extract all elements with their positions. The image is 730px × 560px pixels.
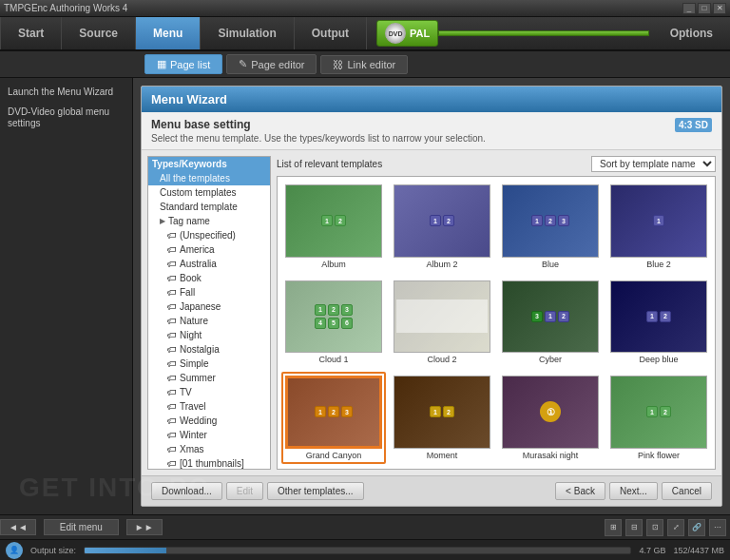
edit-button[interactable]: Edit bbox=[226, 482, 263, 500]
tag-icon: 🏷 bbox=[167, 415, 177, 426]
nav-options[interactable]: Options bbox=[653, 17, 730, 49]
type-japanese[interactable]: 🏷 Japanese bbox=[148, 299, 270, 314]
template-thumb-moment: 1 2 bbox=[394, 376, 490, 449]
maximize-button[interactable]: □ bbox=[698, 3, 711, 14]
template-samurai[interactable]: Samurai bbox=[281, 468, 386, 471]
type-unspecified[interactable]: 🏷 (Unspecified) bbox=[148, 228, 270, 242]
templates-list-label: List of relevant templates bbox=[277, 159, 382, 169]
type-simple[interactable]: 🏷 Simple bbox=[148, 357, 270, 371]
back-button[interactable]: < Back bbox=[555, 482, 605, 500]
type-wedding[interactable]: 🏷 Wedding bbox=[148, 414, 270, 428]
type-winter[interactable]: 🏷 Winter bbox=[148, 428, 270, 442]
type-xmas[interactable]: 🏷 Xmas bbox=[148, 442, 270, 456]
template-album2[interactable]: 1 2 Album 2 bbox=[390, 181, 494, 273]
expand-icon-button[interactable]: ⤢ bbox=[667, 519, 684, 536]
minimize-button[interactable]: _ bbox=[682, 3, 696, 14]
size-value: 4.7 GB bbox=[639, 546, 665, 555]
global-menu-settings-button[interactable]: DVD-Video global menu settings bbox=[0, 102, 132, 134]
type-custom-templates[interactable]: Custom templates bbox=[148, 185, 270, 200]
template-cloud1[interactable]: 1 2 3 4 5 6 bbox=[281, 277, 386, 369]
progress-bar bbox=[84, 547, 631, 554]
template-cloud2[interactable]: Cloud 2 bbox=[390, 277, 494, 369]
close-button[interactable]: ✕ bbox=[713, 3, 726, 14]
type-australia[interactable]: 🏷 Australia bbox=[148, 257, 270, 271]
tag-icon: 🏷 bbox=[167, 373, 177, 383]
type-01-thumbnails[interactable]: 🏷 [01 thumbnails] bbox=[148, 456, 270, 470]
page-editor-tab[interactable]: ✎ Page editor bbox=[226, 54, 317, 74]
cancel-button[interactable]: Cancel bbox=[662, 482, 712, 500]
template-deepblue[interactable]: 1 2 Deep blue bbox=[606, 277, 711, 369]
next-button[interactable]: Next... bbox=[609, 482, 658, 500]
template-album[interactable]: 1 2 Album bbox=[281, 181, 386, 273]
nav-simulation[interactable]: Simulation bbox=[201, 17, 294, 49]
type-book[interactable]: 🏷 Book bbox=[148, 271, 270, 285]
tag-icon: 🏷 bbox=[167, 344, 177, 355]
avatar: 👤 bbox=[6, 542, 23, 559]
template-thumb-pinkflower: 1 2 bbox=[610, 376, 707, 449]
type-standard-template[interactable]: Standard template bbox=[148, 200, 270, 214]
template-snowwhite[interactable]: 1 2 3 4 5 6 bbox=[498, 468, 603, 471]
template-label-album: Album bbox=[321, 260, 346, 269]
link-editor-tab[interactable]: ⛓ Link editor bbox=[320, 55, 408, 74]
wizard-desc: Select the menu template. Use the types/… bbox=[151, 133, 712, 144]
nav-source[interactable]: Source bbox=[62, 17, 136, 49]
template-label-moment: Moment bbox=[427, 451, 458, 460]
template-blue2[interactable]: 1 Blue 2 bbox=[606, 181, 711, 273]
bottom-bar: ◄◄ Edit menu ►► ⊞ ⊟ ⊡ ⤢ 🔗 ⋯ bbox=[0, 514, 730, 539]
type-nostalgia[interactable]: 🏷 Nostalgia bbox=[148, 342, 270, 357]
type-travel[interactable]: 🏷 Travel bbox=[148, 399, 270, 414]
prev-nav-button[interactable]: ◄◄ bbox=[0, 519, 36, 535]
grid4-icon-button[interactable]: ⊞ bbox=[605, 519, 622, 536]
tag-icon: 🏷 bbox=[167, 430, 177, 440]
next-nav-button[interactable]: ►► bbox=[126, 519, 163, 535]
template-thumb-cloud1: 1 2 3 4 5 6 bbox=[285, 280, 382, 354]
nav-menu[interactable]: Menu bbox=[136, 17, 201, 49]
template-standard1[interactable]: 1 2 Standard 1 bbox=[606, 468, 711, 471]
grid2-icon-button[interactable]: ⊟ bbox=[625, 519, 643, 536]
template-label-blue: Blue bbox=[542, 260, 559, 269]
tag-icon: 🏷 bbox=[167, 301, 177, 312]
type-all-templates[interactable]: All the templates bbox=[148, 171, 270, 185]
nav-start[interactable]: Start bbox=[0, 17, 62, 49]
template-blue[interactable]: 1 2 3 Blue bbox=[498, 181, 603, 273]
other-templates-button[interactable]: Other templates... bbox=[267, 482, 363, 500]
type-fall[interactable]: 🏷 Fall bbox=[148, 285, 270, 299]
sidebar: Launch the Menu Wizard DVD-Video global … bbox=[0, 78, 133, 514]
page-list-tab[interactable]: ▦ Page list bbox=[144, 54, 222, 74]
template-cyber[interactable]: 3 1 2 Cyber bbox=[498, 277, 603, 369]
template-pinkflower[interactable]: 1 2 Pink flower bbox=[606, 372, 711, 464]
status-bar: 👤 Output size: 4.7 GB 152/4437 MB bbox=[0, 539, 730, 560]
more-icon-button[interactable]: ⋯ bbox=[709, 519, 726, 536]
window-controls[interactable]: _ □ ✕ bbox=[682, 3, 726, 14]
link2-icon-button[interactable]: 🔗 bbox=[688, 519, 705, 536]
template-moment[interactable]: 1 2 Moment bbox=[390, 372, 494, 464]
type-tag-name[interactable]: ▶ Tag name bbox=[148, 214, 270, 228]
template-thumb-blue: 1 2 3 bbox=[502, 184, 599, 258]
launch-wizard-button[interactable]: Launch the Menu Wizard bbox=[0, 82, 132, 102]
template-grandcanyon[interactable]: 1 2 3 Grand Canyon bbox=[281, 372, 386, 464]
fit-icon-button[interactable]: ⊡ bbox=[646, 519, 663, 536]
wizard-title: Menu base setting bbox=[151, 118, 712, 131]
type-america[interactable]: 🏷 America bbox=[148, 242, 270, 257]
title-bar: TMPGEnc Authoring Works 4 _ □ ✕ bbox=[0, 0, 730, 17]
template-label-cloud2: Cloud 2 bbox=[427, 355, 456, 364]
tag-icon: 🏷 bbox=[167, 444, 177, 454]
download-button[interactable]: Download... bbox=[151, 482, 222, 500]
wizard-body: Types/Keywords All the templates Custom … bbox=[142, 150, 721, 475]
dvd-format-selector[interactable]: DVD PAL bbox=[376, 20, 438, 47]
edit-icon: ✎ bbox=[239, 58, 247, 70]
tag-icon: 🏷 bbox=[167, 244, 177, 255]
type-nature[interactable]: 🏷 Nature bbox=[148, 314, 270, 328]
template-murasaki[interactable]: ① Murasaki night bbox=[498, 372, 603, 464]
type-tv[interactable]: 🏷 TV bbox=[148, 385, 270, 399]
sort-select[interactable]: Sort by template nameSort by date bbox=[591, 156, 716, 172]
aspect-badge: 4:3 SD bbox=[675, 118, 712, 132]
edit-menu-button[interactable]: Edit menu bbox=[44, 519, 119, 535]
dvd-icon: DVD bbox=[385, 23, 406, 44]
tag-icon: 🏷 bbox=[167, 401, 177, 412]
link-icon: ⛓ bbox=[333, 59, 343, 70]
nav-output[interactable]: Output bbox=[295, 17, 367, 49]
template-sky[interactable]: 1 2 3 Sky bbox=[390, 468, 494, 471]
type-night[interactable]: 🏷 Night bbox=[148, 328, 270, 342]
type-summer[interactable]: 🏷 Summer bbox=[148, 371, 270, 385]
